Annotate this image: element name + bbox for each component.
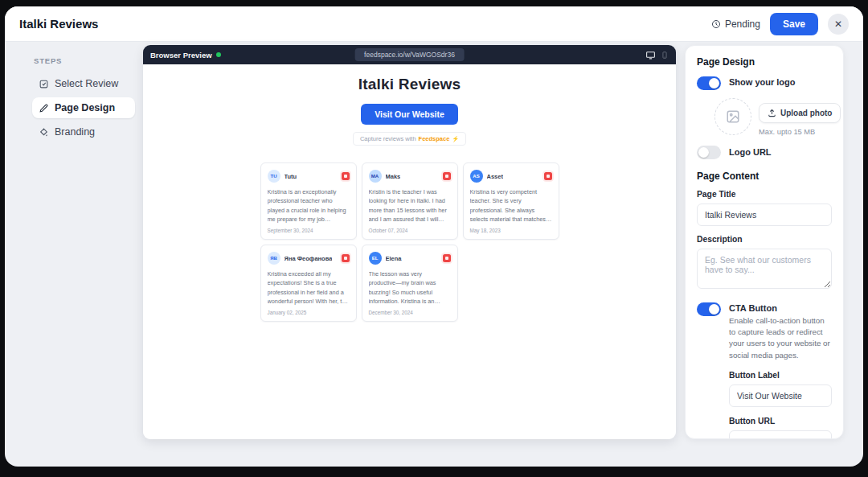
review-source-icon[interactable] <box>342 254 350 262</box>
upload-icon <box>768 109 776 117</box>
review-source-icon[interactable] <box>544 172 552 180</box>
image-placeholder-icon <box>726 109 740 124</box>
review-text: Kristina is an exceptionally professiona… <box>268 187 350 224</box>
review-date: December 30, 2024 <box>369 310 451 315</box>
browser-preview-label: Browser Preview <box>150 51 221 60</box>
preview-cta-button[interactable]: Visit Our Website <box>361 104 458 125</box>
status-label: Pending <box>725 19 760 30</box>
page-title-field-label: Page Title <box>697 190 832 199</box>
review-source-icon[interactable] <box>342 172 350 180</box>
feedspace-bolt-icon: ⚡ <box>452 136 459 142</box>
review-text: Kristina exceeded all my expectations! S… <box>268 269 350 306</box>
review-card[interactable]: AS Asset Kristina is very competent teac… <box>463 162 559 240</box>
paint-bucket-icon <box>39 127 49 138</box>
cta-button-toggle[interactable] <box>697 302 721 316</box>
logo-placeholder[interactable] <box>714 98 751 135</box>
review-text: The lesson was very productive—my brain … <box>369 269 451 306</box>
sidebar-item-label: Branding <box>55 126 95 138</box>
clock-icon <box>711 19 721 29</box>
top-bar: Italki Reviews Pending Save ✕ <box>5 6 863 42</box>
browser-preview-bar: Browser Preview feedspace.io/w/VaWGOSdr3… <box>143 45 676 64</box>
steps-sidebar: STEPS Select Review Page Design Branding <box>5 45 143 146</box>
review-text: Kristina is very competent teacher. She … <box>470 187 552 224</box>
review-text: Kristin is the teacher I was looking for… <box>369 187 451 224</box>
preview-url[interactable]: feedspace.io/w/VaWGOSdr36 <box>354 48 465 61</box>
review-source-icon[interactable] <box>443 172 451 180</box>
description-textarea[interactable] <box>697 249 832 289</box>
feedspace-brand: Feedspace <box>419 135 450 142</box>
reviewer-name: Asset <box>487 173 503 180</box>
upload-photo-button[interactable]: Upload photo <box>759 103 841 123</box>
button-label-field-label: Button Label <box>729 371 832 380</box>
reviewer-name: Tutu <box>285 173 297 180</box>
button-url-field-label: Button URL <box>729 417 832 426</box>
review-date: September 30, 2024 <box>268 228 350 233</box>
mobile-view-icon[interactable] <box>661 50 669 60</box>
show-logo-label: Show your logo <box>729 76 796 87</box>
sidebar-item-page-design[interactable]: Page Design <box>32 97 135 118</box>
steps-heading: STEPS <box>34 56 135 65</box>
sidebar-item-branding[interactable]: Branding <box>32 121 135 142</box>
section-page-design: Page Design <box>697 56 832 68</box>
review-card[interactable]: EL Elena The lesson was very productive—… <box>362 245 458 322</box>
preview-page: Italki Reviews Visit Our Website Capture… <box>143 64 676 439</box>
save-button[interactable]: Save <box>770 13 818 35</box>
avatar: MA <box>369 170 382 183</box>
settings-panel: Page Design Show your logo Upload <box>685 45 844 439</box>
preview-page-title: Italki Reviews <box>143 76 676 93</box>
browser-preview-text: Browser Preview <box>150 51 212 60</box>
show-logo-toggle[interactable] <box>697 76 721 90</box>
toggle-knob <box>709 78 719 88</box>
checkbox-check-icon <box>39 79 49 89</box>
description-field-label: Description <box>697 235 832 244</box>
avatar: AS <box>470 170 483 183</box>
status-pending: Pending <box>711 19 760 30</box>
review-date: October 07, 2024 <box>369 228 451 233</box>
cta-button-label: CTA Button <box>729 302 832 313</box>
capture-reviews-pill[interactable]: Capture reviews with Feedspace ⚡ <box>353 132 466 146</box>
review-card[interactable]: ЯВ Яна Феофанова Kristina exceeded all m… <box>260 245 357 322</box>
page-title-input[interactable] <box>697 204 832 226</box>
sidebar-item-select-review[interactable]: Select Review <box>32 73 135 94</box>
sidebar-item-label: Page Design <box>55 102 115 113</box>
capture-prefix: Capture reviews with <box>360 135 416 142</box>
reviewer-name: Яна Феофанова <box>285 255 333 262</box>
logo-url-toggle[interactable] <box>697 146 721 159</box>
desktop-view-icon[interactable] <box>645 50 656 60</box>
reviewer-name: Elena <box>386 255 402 262</box>
browser-preview: Browser Preview feedspace.io/w/VaWGOSdr3… <box>143 45 676 439</box>
reviews-grid: TU Tutu Kristina is an exceptionally pro… <box>260 162 559 322</box>
button-label-input[interactable] <box>729 384 832 407</box>
review-card[interactable]: TU Tutu Kristina is an exceptionally pro… <box>260 162 357 240</box>
toggle-knob <box>709 304 719 315</box>
section-page-content: Page Content <box>697 171 832 182</box>
logo-url-label: Logo URL <box>729 146 772 157</box>
pencil-icon <box>39 103 49 113</box>
button-url-input[interactable] <box>729 430 832 439</box>
avatar: TU <box>268 170 280 183</box>
review-card[interactable]: MA Maks Kristin is the teacher I was loo… <box>362 162 458 240</box>
sidebar-item-label: Select Review <box>55 78 118 89</box>
avatar: EL <box>369 252 382 265</box>
reviewer-name: Maks <box>386 173 401 180</box>
page-title: Italki Reviews <box>19 17 98 31</box>
app-window: Italki Reviews Pending Save ✕ STEPS Sele… <box>5 6 863 467</box>
toggle-knob <box>698 147 709 158</box>
close-icon: ✕ <box>834 19 842 30</box>
review-source-icon[interactable] <box>443 254 451 262</box>
review-date: May 18, 2023 <box>470 228 552 233</box>
upload-photo-label: Upload photo <box>780 109 832 117</box>
close-button[interactable]: ✕ <box>828 14 849 35</box>
upload-hint: Max. upto 15 MB <box>759 128 841 136</box>
live-status-dot <box>216 52 221 57</box>
avatar: ЯВ <box>268 252 280 265</box>
cta-button-description: Enable call-to-action button to capture … <box>729 315 832 361</box>
review-date: January 02, 2025 <box>268 310 350 315</box>
